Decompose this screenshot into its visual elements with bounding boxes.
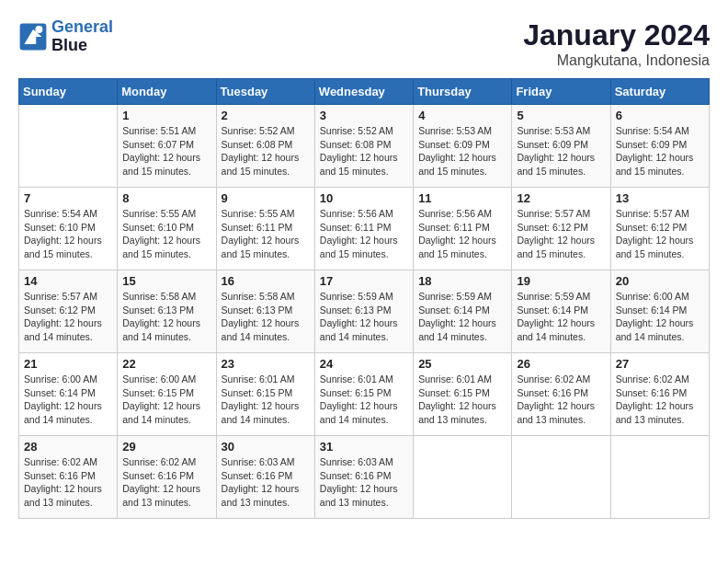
calendar-cell: 5Sunrise: 5:53 AMSunset: 6:09 PMDaylight… [512, 105, 610, 188]
calendar-cell: 3Sunrise: 5:52 AMSunset: 6:08 PMDaylight… [314, 105, 413, 188]
calendar-week-row: 21Sunrise: 6:00 AMSunset: 6:14 PMDayligh… [19, 353, 710, 436]
calendar-cell: 16Sunrise: 5:58 AMSunset: 6:13 PMDayligh… [216, 270, 314, 353]
day-number: 4 [418, 109, 506, 122]
day-number: 12 [517, 191, 605, 205]
day-number: 11 [418, 191, 506, 205]
day-detail: Sunrise: 6:01 AMSunset: 6:15 PMDaylight:… [418, 373, 506, 427]
day-detail: Sunrise: 6:02 AMSunset: 6:16 PMDaylight:… [616, 373, 704, 427]
day-number: 22 [122, 357, 210, 371]
calendar-cell: 30Sunrise: 6:03 AMSunset: 6:16 PMDayligh… [216, 436, 314, 519]
header-wednesday: Wednesday [314, 79, 413, 105]
day-detail: Sunrise: 6:01 AMSunset: 6:15 PMDaylight:… [222, 373, 310, 427]
calendar-cell: 22Sunrise: 6:00 AMSunset: 6:15 PMDayligh… [118, 353, 216, 436]
calendar-cell: 9Sunrise: 5:55 AMSunset: 6:11 PMDaylight… [216, 188, 314, 270]
calendar-cell [512, 436, 610, 519]
day-detail: Sunrise: 5:53 AMSunset: 6:09 PMDaylight:… [517, 124, 605, 178]
logo-icon [18, 22, 48, 52]
calendar-cell: 14Sunrise: 5:57 AMSunset: 6:12 PMDayligh… [19, 270, 118, 353]
day-number: 15 [122, 274, 210, 288]
page-header: General Blue January 2024 Mangkutana, In… [18, 18, 710, 69]
day-number: 25 [418, 357, 506, 371]
calendar-cell: 8Sunrise: 5:55 AMSunset: 6:10 PMDaylight… [118, 188, 216, 270]
calendar-cell: 27Sunrise: 6:02 AMSunset: 6:16 PMDayligh… [610, 353, 709, 436]
calendar-title: January 2024 [523, 18, 710, 52]
day-number: 1 [122, 109, 210, 122]
day-number: 18 [418, 274, 506, 288]
day-detail: Sunrise: 5:52 AMSunset: 6:08 PMDaylight:… [222, 124, 310, 178]
calendar-cell: 10Sunrise: 5:56 AMSunset: 6:11 PMDayligh… [314, 188, 413, 270]
day-detail: Sunrise: 6:00 AMSunset: 6:14 PMDaylight:… [616, 290, 704, 344]
day-number: 7 [24, 191, 112, 205]
day-number: 16 [222, 274, 310, 288]
calendar-week-row: 7Sunrise: 5:54 AMSunset: 6:10 PMDaylight… [19, 188, 710, 270]
day-number: 27 [616, 357, 704, 371]
day-detail: Sunrise: 6:00 AMSunset: 6:15 PMDaylight:… [122, 373, 210, 427]
logo-text: General Blue [51, 18, 113, 55]
header-friday: Friday [512, 79, 610, 105]
day-detail: Sunrise: 6:02 AMSunset: 6:16 PMDaylight:… [122, 455, 210, 510]
calendar-cell: 23Sunrise: 6:01 AMSunset: 6:15 PMDayligh… [216, 353, 314, 436]
header-monday: Monday [118, 79, 216, 105]
calendar-cell: 25Sunrise: 6:01 AMSunset: 6:15 PMDayligh… [414, 353, 512, 436]
day-number: 3 [320, 109, 408, 122]
day-number: 21 [24, 357, 112, 371]
day-detail: Sunrise: 6:00 AMSunset: 6:14 PMDaylight:… [24, 373, 112, 427]
calendar-cell: 26Sunrise: 6:02 AMSunset: 6:16 PMDayligh… [512, 353, 610, 436]
calendar-cell: 12Sunrise: 5:57 AMSunset: 6:12 PMDayligh… [512, 188, 610, 270]
day-detail: Sunrise: 5:57 AMSunset: 6:12 PMDaylight:… [616, 207, 704, 261]
day-detail: Sunrise: 5:56 AMSunset: 6:11 PMDaylight:… [418, 207, 506, 261]
logo-line1: General [51, 17, 113, 36]
calendar-cell: 21Sunrise: 6:00 AMSunset: 6:14 PMDayligh… [19, 353, 118, 436]
day-number: 20 [616, 274, 704, 288]
day-number: 2 [222, 109, 310, 122]
calendar-cell [414, 436, 512, 519]
day-detail: Sunrise: 5:57 AMSunset: 6:12 PMDaylight:… [517, 207, 605, 261]
calendar-header-row: SundayMondayTuesdayWednesdayThursdayFrid… [19, 79, 710, 105]
calendar-cell: 7Sunrise: 5:54 AMSunset: 6:10 PMDaylight… [19, 188, 118, 270]
day-number: 14 [24, 274, 112, 288]
day-detail: Sunrise: 5:58 AMSunset: 6:13 PMDaylight:… [122, 290, 210, 344]
day-detail: Sunrise: 5:52 AMSunset: 6:08 PMDaylight:… [320, 124, 408, 178]
calendar-cell: 18Sunrise: 5:59 AMSunset: 6:14 PMDayligh… [414, 270, 512, 353]
calendar-week-row: 28Sunrise: 6:02 AMSunset: 6:16 PMDayligh… [19, 436, 710, 519]
day-number: 13 [616, 191, 704, 205]
logo: General Blue [18, 18, 113, 55]
day-detail: Sunrise: 5:56 AMSunset: 6:11 PMDaylight:… [320, 207, 408, 261]
day-detail: Sunrise: 5:55 AMSunset: 6:10 PMDaylight:… [122, 207, 210, 261]
title-block: January 2024 Mangkutana, Indonesia [523, 18, 710, 69]
calendar-cell: 29Sunrise: 6:02 AMSunset: 6:16 PMDayligh… [118, 436, 216, 519]
calendar-subtitle: Mangkutana, Indonesia [523, 52, 710, 69]
day-detail: Sunrise: 5:54 AMSunset: 6:09 PMDaylight:… [616, 124, 704, 178]
day-detail: Sunrise: 5:51 AMSunset: 6:07 PMDaylight:… [122, 124, 210, 178]
day-detail: Sunrise: 5:53 AMSunset: 6:09 PMDaylight:… [418, 124, 506, 178]
day-number: 17 [320, 274, 408, 288]
day-number: 31 [320, 440, 408, 454]
day-number: 30 [222, 440, 310, 454]
day-detail: Sunrise: 6:02 AMSunset: 6:16 PMDaylight:… [517, 373, 605, 427]
calendar-cell: 13Sunrise: 5:57 AMSunset: 6:12 PMDayligh… [610, 188, 709, 270]
day-number: 24 [320, 357, 408, 371]
calendar-cell: 20Sunrise: 6:00 AMSunset: 6:14 PMDayligh… [610, 270, 709, 353]
day-number: 6 [616, 109, 704, 122]
calendar-cell: 28Sunrise: 6:02 AMSunset: 6:16 PMDayligh… [19, 436, 118, 519]
calendar-cell: 24Sunrise: 6:01 AMSunset: 6:15 PMDayligh… [314, 353, 413, 436]
day-number: 23 [222, 357, 310, 371]
svg-point-2 [35, 26, 42, 33]
calendar-cell [19, 105, 118, 188]
calendar-cell: 17Sunrise: 5:59 AMSunset: 6:13 PMDayligh… [314, 270, 413, 353]
day-detail: Sunrise: 5:59 AMSunset: 6:14 PMDaylight:… [418, 290, 506, 344]
day-detail: Sunrise: 6:01 AMSunset: 6:15 PMDaylight:… [320, 373, 408, 427]
calendar-week-row: 1Sunrise: 5:51 AMSunset: 6:07 PMDaylight… [19, 105, 710, 188]
day-detail: Sunrise: 5:59 AMSunset: 6:14 PMDaylight:… [517, 290, 605, 344]
calendar-cell [610, 436, 709, 519]
calendar-week-row: 14Sunrise: 5:57 AMSunset: 6:12 PMDayligh… [19, 270, 710, 353]
header-thursday: Thursday [414, 79, 512, 105]
day-detail: Sunrise: 5:55 AMSunset: 6:11 PMDaylight:… [222, 207, 310, 261]
day-detail: Sunrise: 6:02 AMSunset: 6:16 PMDaylight:… [24, 455, 112, 510]
header-tuesday: Tuesday [216, 79, 314, 105]
calendar-cell: 19Sunrise: 5:59 AMSunset: 6:14 PMDayligh… [512, 270, 610, 353]
calendar-table: SundayMondayTuesdayWednesdayThursdayFrid… [18, 78, 710, 519]
day-detail: Sunrise: 5:54 AMSunset: 6:10 PMDaylight:… [24, 207, 112, 261]
logo-line2: Blue [51, 37, 113, 55]
day-number: 8 [122, 191, 210, 205]
